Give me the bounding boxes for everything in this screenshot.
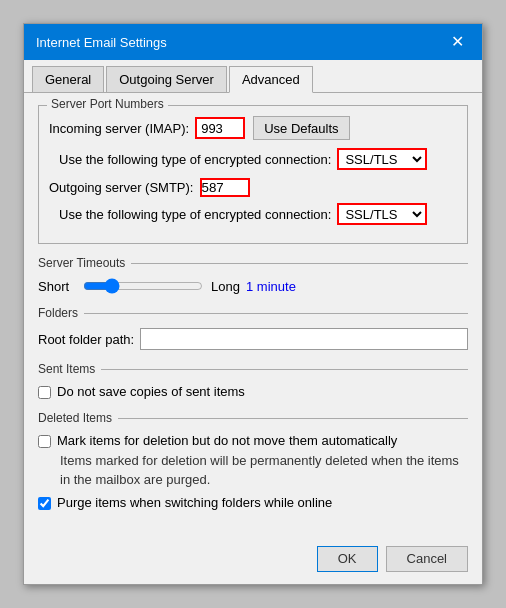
root-folder-row: Root folder path: [38,328,468,350]
deleted-checkbox1-row: Mark items for deletion but do not move … [38,433,468,448]
outgoing-server-input[interactable] [200,178,250,197]
server-ports-section: Server Port Numbers Incoming server (IMA… [38,105,468,244]
deleted-items-section: Deleted Items Mark items for deletion bu… [38,411,468,509]
incoming-server-input[interactable] [195,117,245,139]
cancel-button[interactable]: Cancel [386,546,468,572]
folders-section: Folders Root folder path: [38,306,468,350]
content-area: Server Port Numbers Incoming server (IMA… [24,93,482,537]
short-label: Short [38,279,69,294]
dialog-footer: OK Cancel [24,538,482,584]
ssl-select-1[interactable]: SSL/TLS None STARTTLS [337,148,427,170]
deleted-items-title: Deleted Items [38,411,468,425]
timeouts-title: Server Timeouts [38,256,468,270]
root-folder-input[interactable] [140,328,468,350]
deleted-items-checkbox1[interactable] [38,435,51,448]
use-defaults-button[interactable]: Use Defaults [253,116,349,140]
deleted-checkbox1-label: Mark items for deletion but do not move … [57,433,397,448]
encrypted-label-1: Use the following type of encrypted conn… [59,152,331,167]
encrypted-row-2: Use the following type of encrypted conn… [59,203,457,225]
sent-items-checkbox-row: Do not save copies of sent items [38,384,468,399]
dialog-title: Internet Email Settings [36,35,167,50]
tab-outgoing-server[interactable]: Outgoing Server [106,66,227,92]
tab-advanced[interactable]: Advanced [229,66,313,93]
timeout-slider-row: Short Long 1 minute [38,278,468,294]
incoming-server-row: Incoming server (IMAP): Use Defaults [49,116,457,140]
sent-items-title: Sent Items [38,362,468,376]
outgoing-server-label: Outgoing server (SMTP): [49,180,194,195]
dialog: Internet Email Settings ✕ General Outgoi… [23,23,483,584]
sent-items-checkbox[interactable] [38,386,51,399]
title-bar: Internet Email Settings ✕ [24,24,482,60]
sent-items-section: Sent Items Do not save copies of sent it… [38,362,468,399]
outgoing-server-row: Outgoing server (SMTP): [49,178,457,197]
root-folder-label: Root folder path: [38,332,134,347]
server-ports-title: Server Port Numbers [47,97,168,111]
long-label: Long [211,279,240,294]
server-timeouts-section: Server Timeouts Short Long 1 minute [38,256,468,294]
sent-items-checkbox-label: Do not save copies of sent items [57,384,245,399]
deleted-checkbox2-row: Purge items when switching folders while… [38,495,468,510]
incoming-server-label: Incoming server (IMAP): [49,121,189,136]
tab-general[interactable]: General [32,66,104,92]
timeout-slider[interactable] [83,278,203,294]
folders-title: Folders [38,306,468,320]
encrypted-row-1: Use the following type of encrypted conn… [59,148,457,170]
timeout-value: 1 minute [246,279,296,294]
deleted-items-checkbox2[interactable] [38,497,51,510]
deleted-checkbox2-label: Purge items when switching folders while… [57,495,332,510]
close-button[interactable]: ✕ [445,32,470,52]
ssl-select-2[interactable]: SSL/TLS None STARTTLS [337,203,427,225]
deleted-items-info: Items marked for deletion will be perman… [60,452,468,488]
encrypted-label-2: Use the following type of encrypted conn… [59,207,331,222]
tabs-bar: General Outgoing Server Advanced [24,60,482,93]
ok-button[interactable]: OK [317,546,378,572]
